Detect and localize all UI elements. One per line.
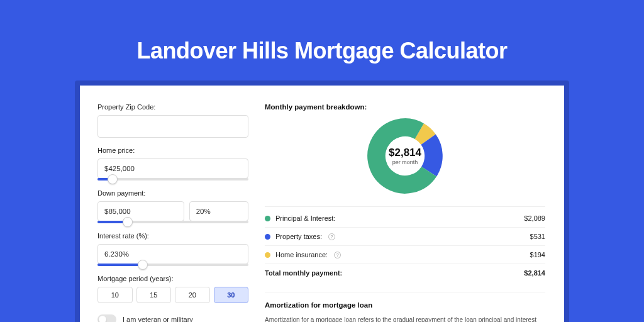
home-price-field: Home price: — [97, 147, 248, 180]
amortization-title: Amortization for mortgage loan — [265, 301, 545, 309]
legend-label: Home insurance: — [275, 251, 328, 258]
legend-row: Property taxes:?$531 — [265, 228, 545, 246]
legend-total-value: $2,814 — [524, 269, 545, 277]
legend-total-label: Total monthly payment: — [265, 269, 342, 277]
donut-total-value: $2,814 — [389, 147, 421, 159]
donut-per-month: per month — [392, 159, 418, 165]
form-panel: Property Zip Code: Home price: Down paym… — [97, 103, 248, 322]
home-price-input[interactable] — [97, 158, 248, 179]
veteran-label: I am veteran or military — [123, 316, 193, 322]
zip-field: Property Zip Code: — [97, 103, 248, 138]
slider-thumb[interactable] — [123, 217, 133, 227]
legend-dot — [265, 216, 270, 221]
home-price-slider[interactable] — [97, 178, 248, 180]
period-field: Mortgage period (years): 10152030 — [97, 275, 248, 303]
legend-total-row: Total monthly payment:$2,814 — [265, 264, 545, 282]
calculator-card-frame: Property Zip Code: Home price: Down paym… — [75, 80, 569, 322]
legend-dot — [265, 234, 270, 240]
period-label: Mortgage period (years): — [97, 275, 248, 282]
period-btn-30[interactable]: 30 — [214, 287, 249, 303]
veteran-row: I am veteran or military — [97, 314, 248, 322]
period-btn-20[interactable]: 20 — [175, 287, 210, 303]
interest-slider[interactable] — [97, 264, 248, 266]
down-payment-pct-input[interactable] — [189, 201, 248, 221]
legend-row: Principal & Interest:$2,089 — [265, 209, 545, 228]
slider-fill — [97, 264, 143, 266]
legend-label: Property taxes: — [275, 233, 322, 240]
period-btn-10[interactable]: 10 — [97, 287, 133, 303]
donut-chart-wrap: $2,814 per month — [265, 118, 545, 194]
amortization-section: Amortization for mortgage loan Amortizat… — [265, 292, 545, 322]
donut-chart: $2,814 per month — [367, 118, 443, 194]
page-title: Landover Hills Mortgage Calculator — [136, 38, 507, 64]
breakdown-panel: Monthly payment breakdown: $2,814 per mo… — [265, 103, 545, 322]
info-icon[interactable]: ? — [328, 233, 335, 240]
down-payment-slider[interactable] — [97, 221, 248, 223]
interest-label: Interest rate (%): — [97, 232, 248, 240]
legend-dot — [265, 252, 270, 258]
down-payment-field: Down payment: — [97, 189, 248, 223]
zip-input[interactable] — [97, 115, 248, 138]
slider-thumb[interactable] — [108, 174, 118, 184]
breakdown-title: Monthly payment breakdown: — [265, 103, 545, 111]
interest-field: Interest rate (%): — [97, 232, 248, 266]
breakdown-legend: Principal & Interest:$2,089Property taxe… — [265, 206, 545, 282]
amortization-text: Amortization for a mortgage loan refers … — [265, 315, 545, 322]
down-payment-input[interactable] — [97, 201, 184, 221]
legend-value: $531 — [530, 233, 545, 240]
period-btn-15[interactable]: 15 — [136, 287, 172, 303]
info-icon[interactable]: ? — [334, 252, 341, 258]
down-payment-label: Down payment: — [97, 189, 248, 197]
zip-label: Property Zip Code: — [97, 103, 248, 111]
legend-label: Principal & Interest: — [275, 214, 335, 222]
legend-row: Home insurance:?$194 — [265, 246, 545, 264]
home-price-label: Home price: — [97, 147, 248, 154]
donut-center: $2,814 per month — [367, 118, 443, 194]
veteran-toggle[interactable] — [97, 314, 116, 322]
legend-value: $194 — [530, 251, 545, 258]
slider-thumb[interactable] — [138, 260, 148, 270]
legend-value: $2,089 — [524, 214, 545, 222]
interest-input[interactable] — [97, 244, 248, 264]
calculator-card: Property Zip Code: Home price: Down paym… — [80, 86, 564, 322]
